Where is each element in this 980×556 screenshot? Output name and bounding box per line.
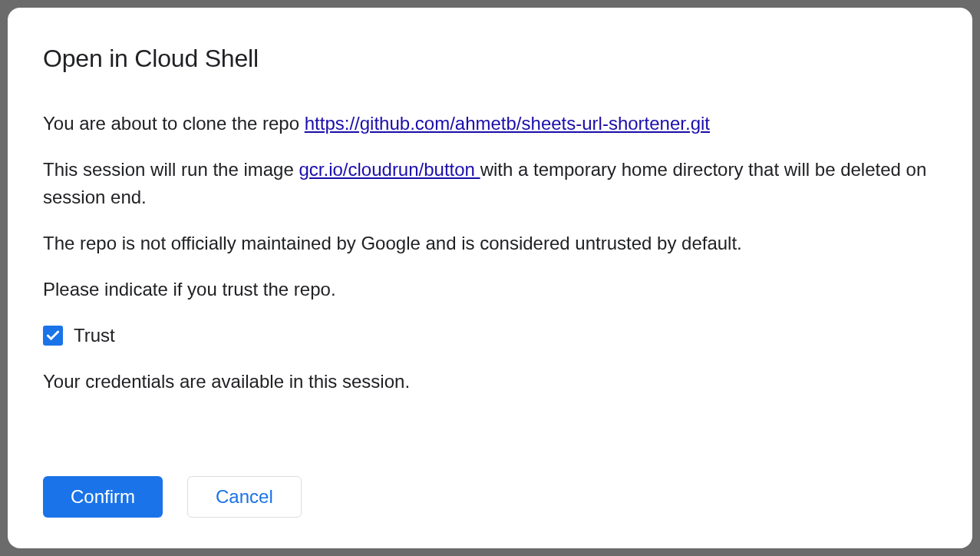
trust-checkbox-row: Trust (43, 322, 937, 349)
session-image-text: This session will run the image gcr.io/c… (43, 156, 937, 211)
dialog-title: Open in Cloud Shell (43, 45, 937, 73)
repo-url-link[interactable]: https://github.com/ahmetb/sheets-url-sho… (305, 113, 710, 134)
session-image-prefix: This session will run the image (43, 159, 299, 180)
checkmark-icon (45, 328, 61, 343)
trust-checkbox[interactable] (43, 326, 63, 346)
trust-prompt-text: Please indicate if you trust the repo. (43, 276, 937, 303)
cancel-button[interactable]: Cancel (187, 476, 302, 518)
dialog-actions: Confirm Cancel (43, 476, 937, 518)
image-link[interactable]: gcr.io/cloudrun/button (299, 159, 480, 180)
trust-checkbox-label: Trust (74, 322, 115, 349)
clone-repo-prefix: You are about to clone the repo (43, 113, 305, 134)
clone-repo-text: You are about to clone the repo https://… (43, 110, 937, 137)
confirm-button[interactable]: Confirm (43, 476, 163, 518)
credentials-text: Your credentials are available in this s… (43, 368, 937, 395)
cloud-shell-dialog: Open in Cloud Shell You are about to clo… (8, 8, 972, 548)
dialog-body: You are about to clone the repo https://… (43, 110, 937, 476)
untrusted-warning-text: The repo is not officially maintained by… (43, 230, 937, 257)
